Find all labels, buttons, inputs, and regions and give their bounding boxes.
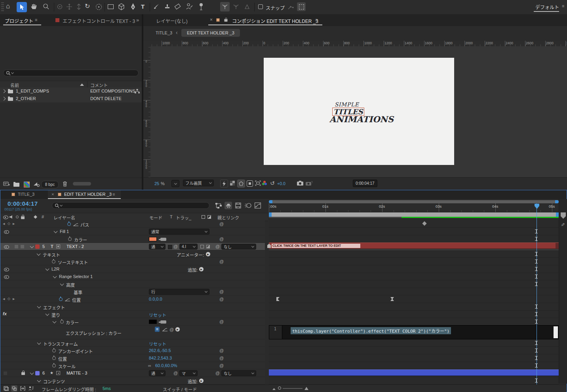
timeline-zoom-track[interactable] — [283, 388, 303, 389]
workspace-label[interactable]: デフォルト — [535, 4, 559, 10]
basis-dropdown[interactable]: 行 — [149, 289, 209, 295]
sort-ascending-icon[interactable] — [80, 83, 84, 86]
transparency-grid-icon[interactable] — [230, 181, 235, 186]
zoom-value[interactable]: 25 — [154, 181, 159, 186]
collapse-icon[interactable] — [37, 305, 41, 309]
column-layer-name[interactable]: レイヤー名 — [53, 214, 75, 221]
matte3-layer-bar[interactable] — [269, 369, 559, 376]
viewer-timecode-box[interactable]: 0:00:04:17 — [353, 180, 377, 187]
eraser-tool[interactable] — [175, 4, 181, 9]
column-trkmat[interactable]: トラッ_ — [176, 214, 191, 221]
collapse-icon[interactable] — [46, 267, 49, 271]
add-button[interactable]: ▶ — [199, 267, 204, 271]
stopwatch-icon[interactable] — [60, 320, 64, 324]
snap-angle-icon[interactable] — [287, 4, 294, 10]
rotate-tool[interactable]: ↻ — [85, 2, 90, 10]
layer-label-color[interactable] — [35, 371, 40, 375]
stopwatch-icon[interactable] — [52, 356, 56, 360]
snap-checkbox[interactable] — [258, 4, 263, 9]
group-label[interactable]: エフェクト — [43, 304, 65, 311]
layer-name[interactable]: MATTE - 3 — [67, 371, 87, 375]
parent-pickwhip-icon[interactable]: @ — [215, 371, 220, 375]
property-label[interactable]: カラー — [66, 319, 79, 326]
blend-mode-dropdown[interactable]: 通常 — [149, 229, 209, 235]
frame-blending-icon[interactable] — [235, 203, 241, 208]
collapse-icon[interactable] — [54, 229, 58, 233]
vertical-ruler[interactable]: 02004006008001000 — [143, 46, 151, 177]
visibility-eye-icon[interactable] — [4, 230, 9, 234]
layer-label-color[interactable] — [35, 244, 40, 249]
canvas-text-simple[interactable]: SIMPLE — [335, 101, 359, 108]
breadcrumb-parent[interactable]: TITLE_3 — [156, 30, 172, 35]
row-transform[interactable]: トランスフォーム リセット — [0, 339, 265, 347]
expression-editor[interactable]: 1 thisComp.layer("Controller").effect("T… — [269, 325, 559, 339]
workspace-menu-icon[interactable]: ≡ — [562, 4, 564, 8]
layer-bar-end-cap[interactable] — [556, 243, 559, 248]
new-composition-icon[interactable] — [24, 182, 30, 187]
row-contents[interactable]: コンテンツ 追加: ▶ — [0, 377, 265, 384]
row-fx-color[interactable]: カラー @ — [0, 318, 265, 326]
work-area-bar[interactable] — [269, 212, 559, 217]
interpret-footage-icon[interactable] — [3, 182, 10, 187]
group-label[interactable]: Range Selector 1 — [59, 274, 93, 279]
collapse-icon[interactable] — [53, 275, 57, 278]
stopwatch-icon[interactable] — [59, 297, 63, 301]
timeline-tab-edit[interactable]: EDIT TEXT HOLDER _3 — [64, 192, 112, 197]
timeline-menu-icon[interactable]: ≡ — [112, 192, 115, 197]
time-ruler[interactable]: :00s01s02s03s04s05s — [269, 203, 559, 212]
row-position[interactable]: 位置 842.2,543.3 @ — [0, 354, 265, 362]
motion-blur-icon[interactable] — [245, 203, 251, 208]
render-time-pane-icon[interactable] — [29, 386, 34, 391]
tab-close-icon[interactable]: × — [210, 17, 213, 23]
selection-tool[interactable] — [17, 2, 27, 12]
property-value[interactable]: 262.6,-50.5 — [149, 348, 171, 353]
project-row-2[interactable]: 2_OTHER DON'T DELETE — [0, 95, 142, 103]
property-value[interactable]: 842.2,543.3 — [149, 356, 172, 360]
next-keyframe-icon[interactable]: ▶ — [13, 222, 15, 225]
stopwatch-icon[interactable] — [68, 237, 72, 241]
region-of-interest-icon[interactable] — [247, 180, 253, 187]
pan-behind-tool[interactable] — [96, 4, 102, 10]
pickwhip-icon[interactable]: @ — [219, 319, 224, 324]
work-area-start-handle[interactable] — [269, 212, 272, 217]
snap-marquee-icon[interactable] — [297, 2, 306, 11]
item-name[interactable]: 1_EDIT_COMPS — [16, 89, 49, 93]
property-label[interactable]: 位置 — [58, 356, 67, 362]
parent-dropdown[interactable]: なし — [221, 370, 256, 376]
group-label[interactable]: 高度 — [66, 282, 75, 288]
item-comment[interactable]: DON'T DELETE — [90, 96, 122, 101]
matte-icon[interactable] — [206, 245, 210, 248]
column-divider[interactable] — [87, 81, 88, 87]
visibility-eye-icon[interactable] — [4, 245, 9, 249]
zoom-dropdown-button[interactable] — [171, 180, 179, 187]
new-folder-icon[interactable] — [13, 183, 19, 187]
group-label[interactable]: L2R — [51, 267, 59, 271]
row-expression[interactable]: エクスプレッション : カラー = @ ▶ — [0, 326, 265, 339]
rectangle-tool[interactable] — [108, 4, 114, 9]
composition-mini-flowchart-icon[interactable] — [215, 203, 222, 208]
work-area-end-handle[interactable] — [556, 212, 559, 217]
switch-cell[interactable] — [21, 245, 24, 248]
switch-cell[interactable] — [4, 371, 7, 375]
shy-layers-icon[interactable] — [225, 202, 232, 209]
property-label[interactable]: パス — [80, 222, 89, 228]
group-label[interactable]: コンテンツ — [43, 378, 65, 384]
property-label[interactable]: 位置 — [72, 297, 81, 303]
switch-mode-label[interactable]: スイッチ / モード — [163, 386, 197, 392]
pickwhip-icon[interactable]: @ — [219, 348, 224, 353]
shape-cube-tool[interactable] — [118, 3, 125, 11]
row-l2r[interactable]: L2R 追加: ▶ — [0, 265, 265, 273]
item-comment[interactable]: EDIT COMPOSITIONS — [90, 89, 135, 93]
visibility-eye-icon[interactable] — [4, 268, 9, 271]
timeline-zoom-handle[interactable] — [278, 386, 281, 390]
zoom-tool[interactable] — [43, 3, 49, 10]
row-scale[interactable]: スケール ∞ 60.0,60.0% @ — [0, 362, 265, 369]
pickwhip-icon[interactable]: @ — [219, 289, 224, 294]
reset-link[interactable]: リセット — [149, 312, 166, 318]
bpc-button[interactable]: 8 bpc — [41, 181, 59, 188]
local-axis-mode[interactable] — [220, 2, 230, 11]
preserve-transparency-toggle[interactable] — [168, 245, 172, 249]
preserve-icon[interactable] — [200, 245, 204, 248]
expand-icon[interactable] — [2, 97, 6, 101]
row-basis[interactable]: 基準 行 @ — [0, 288, 265, 295]
